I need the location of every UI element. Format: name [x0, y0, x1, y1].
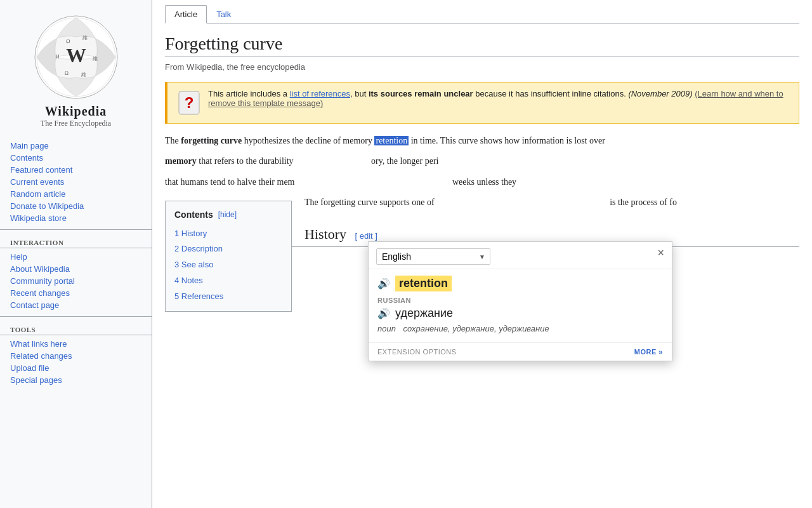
warning-link-references[interactable]: list of references: [290, 89, 350, 98]
warning-text-before: This article includes a: [208, 89, 290, 98]
sidebar-item-currentevents[interactable]: Current events: [0, 176, 152, 188]
sidebar-item-uploadfile[interactable]: Upload file: [0, 362, 152, 374]
contents-list: 1 History 2 Description 3 See also 4 Not…: [174, 226, 282, 305]
speaker-icon-target[interactable]: 🔊: [377, 307, 390, 319]
sidebar-item-help[interactable]: Help: [0, 251, 152, 263]
interaction-header: Interaction: [0, 236, 152, 248]
contents-box: Contents [hide] 1 History 2 Description …: [165, 201, 292, 311]
popup-noun-row: noun сохранение, удержание, удерживание: [377, 324, 663, 333]
sidebar-item-donate[interactable]: Donate to Wikipedia: [0, 200, 152, 212]
sidebar-item-recentchanges[interactable]: Recent changes: [0, 287, 152, 299]
sidebar-item-featured[interactable]: Featured content: [0, 164, 152, 176]
svg-text:Ω: Ω: [65, 70, 69, 76]
tools-header: Tools: [0, 323, 152, 335]
contents-link-description[interactable]: 2 Description: [174, 244, 223, 253]
popup-target-word: удержание: [395, 307, 453, 320]
popup-word-row: 🔊 retention: [377, 276, 663, 291]
article-body: The forgetting curve hypothesizes the de…: [165, 134, 799, 247]
sidebar-tools-section: Tools What links here Related changes Up…: [0, 323, 152, 386]
warning-text: This article includes a list of referenc…: [208, 89, 790, 108]
sidebar-item-contents[interactable]: Contents: [0, 152, 152, 164]
wiki-title: Wikipedia: [45, 104, 107, 119]
list-item: 5 References: [174, 289, 282, 305]
list-item: 1 History: [174, 226, 282, 242]
article-title: Forgetting curve: [165, 34, 799, 57]
tab-article[interactable]: Article: [165, 5, 207, 23]
contents-link-history[interactable]: 1 History: [174, 229, 207, 238]
article-subtitle: From Wikipedia, the free encyclopedia: [165, 62, 799, 72]
warning-date: (November 2009): [628, 89, 692, 98]
list-item: 4 Notes: [174, 273, 282, 289]
svg-text:維: 維: [92, 56, 98, 62]
sidebar-nav-section: Main page Contents Featured content Curr…: [0, 140, 152, 224]
contents-toggle[interactable]: [hide]: [218, 209, 237, 221]
popup-more-button[interactable]: MORE »: [634, 348, 663, 356]
contents-header: Contents [hide]: [174, 208, 282, 222]
bold-memory: memory: [165, 156, 197, 166]
section-edit-link[interactable]: [ edit ]: [355, 231, 377, 241]
wiki-subtitle: The Free Encyclopedia: [41, 119, 111, 128]
contents-title: Contents: [174, 208, 213, 222]
bold-forgetting-curve: forgetting curve: [181, 136, 242, 145]
popup-noun-label: noun: [377, 324, 396, 333]
sidebar-item-aboutwiki[interactable]: About Wikipedia: [0, 263, 152, 275]
sidebar-item-contactpage[interactable]: Contact page: [0, 299, 152, 311]
svg-text:Ω: Ω: [66, 38, 70, 44]
sidebar: W Ω 維 И 維 Ω 維 Wikipedia The Free Encyclo…: [0, 0, 152, 508]
wikipedia-globe-icon: W Ω 維 И 維 Ω 維: [32, 13, 121, 102]
contents-link-references[interactable]: 5 References: [174, 291, 223, 301]
svg-text:И: И: [56, 54, 60, 60]
sidebar-item-specialpages[interactable]: Special pages: [0, 374, 152, 386]
warning-text-middle: , but: [350, 89, 369, 98]
tab-talk[interactable]: Talk: [207, 5, 240, 23]
sidebar-logo: W Ω 維 И 維 Ω 維 Wikipedia The Free Encyclo…: [0, 5, 152, 133]
sidebar-interaction-section: Interaction Help About Wikipedia Communi…: [0, 236, 152, 311]
warning-box: ? This article includes a list of refere…: [165, 82, 799, 124]
sidebar-item-relatedchanges[interactable]: Related changes: [0, 350, 152, 362]
popup-footer: EXTENSION OPTIONS MORE »: [369, 342, 672, 361]
svg-text:?: ?: [185, 94, 194, 111]
contents-link-notes[interactable]: 4 Notes: [174, 276, 203, 285]
sidebar-item-communityportal[interactable]: Community portal: [0, 275, 152, 287]
sidebar-item-wikistore[interactable]: Wikipedia store: [0, 212, 152, 224]
main-content: Article Talk Forgetting curve From Wikip…: [152, 0, 812, 508]
popup-close-button[interactable]: ×: [657, 247, 664, 258]
sidebar-item-random[interactable]: Random article: [0, 188, 152, 200]
sidebar-divider-1: [0, 229, 152, 230]
sidebar-item-whatlinkshere[interactable]: What links here: [0, 338, 152, 350]
translation-popup: English Russian ▼ × 🔊 retention RUSSIAN …: [368, 241, 672, 361]
body-paragraph-3: that humans tend to halve their mem week…: [165, 175, 799, 189]
popup-extension-options[interactable]: EXTENSION OPTIONS: [377, 348, 457, 356]
language-select[interactable]: English Russian: [376, 248, 490, 265]
lang-select-wrapper: English Russian ▼: [376, 248, 490, 265]
highlighted-retention: retention: [374, 136, 409, 145]
warning-icon: ?: [176, 89, 202, 117]
svg-text:W: W: [66, 44, 86, 67]
list-item: 3 See also: [174, 257, 282, 273]
section-heading-text: History: [304, 226, 346, 242]
popup-noun-translations: сохранение, удержание, удерживание: [403, 324, 549, 333]
body-paragraph-1: The forgetting curve hypothesizes the de…: [165, 134, 799, 148]
contents-link-seealso[interactable]: 3 See also: [174, 260, 213, 269]
popup-body: 🔊 retention RUSSIAN 🔊 удержание noun сох…: [369, 269, 672, 342]
svg-text:維: 維: [81, 72, 86, 77]
body-paragraph-2: memory that refers to the durability ory…: [165, 154, 799, 168]
article-tabs: Article Talk: [165, 0, 799, 23]
speaker-icon[interactable]: 🔊: [377, 277, 390, 290]
warning-bold-text: its sources remain unclear: [369, 89, 473, 98]
list-item: 2 Description: [174, 241, 282, 257]
sidebar-item-mainpage[interactable]: Main page: [0, 140, 152, 152]
section-edit: [ edit ]: [355, 231, 377, 241]
popup-translation-row: 🔊 удержание: [377, 307, 663, 320]
popup-target-lang-label: RUSSIAN: [377, 297, 663, 304]
popup-source-word: retention: [395, 276, 452, 291]
sidebar-divider-2: [0, 316, 152, 317]
popup-header: English Russian ▼ ×: [369, 242, 672, 269]
svg-text:維: 維: [82, 35, 88, 41]
